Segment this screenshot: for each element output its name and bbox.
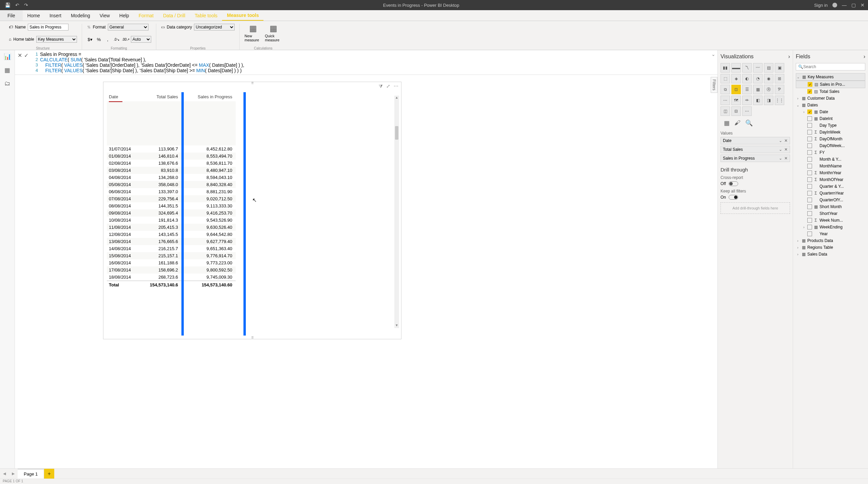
field-checkbox[interactable] [807, 170, 812, 175]
fields-table[interactable]: ›▦Sales Data [796, 251, 865, 258]
well-dropdown-icon[interactable]: ⌄ [779, 156, 782, 161]
viz-type-icon[interactable]: ▮▮ [721, 63, 730, 73]
header-total-sales[interactable]: Total Sales [144, 92, 181, 101]
field-checkbox[interactable] [807, 184, 812, 189]
well-remove-icon[interactable]: ✕ [784, 138, 788, 143]
filters-pane-tab[interactable]: Filters [711, 77, 717, 93]
viz-type-icon[interactable]: ⋯ [742, 106, 752, 116]
fields-field[interactable]: ✓▤Total Sales [796, 88, 865, 95]
viz-type-icon[interactable]: ⋮⋮ [775, 96, 784, 105]
table-row[interactable]: 03/08/201483,910.88,480,947.10 [107, 167, 236, 174]
scroll-thumb[interactable] [395, 126, 398, 140]
table-row[interactable]: 18/08/2014268,723.69,745,009.30 [107, 274, 236, 281]
table-row[interactable]: 17/08/2014158,696.29,800,592.50 [107, 266, 236, 274]
fields-field[interactable]: ▦Short Month [796, 203, 865, 210]
formula-commit-icon[interactable]: ✓ [24, 52, 28, 59]
table-row[interactable]: 13/08/2014176,665.69,627,779.40 [107, 238, 236, 245]
fields-field[interactable]: ✓▤Sales in Pro... [796, 81, 865, 88]
field-checkbox[interactable] [807, 150, 812, 155]
drag-handle-bottom[interactable]: ⠿ [251, 336, 254, 340]
field-well[interactable]: Date⌄✕ [721, 137, 790, 144]
more-options-icon[interactable]: ⋯ [394, 83, 398, 89]
model-view-icon[interactable]: 🗂 [4, 80, 11, 87]
collapse-fields-icon[interactable]: › [864, 54, 865, 60]
viz-type-icon[interactable]: ☰ [742, 85, 752, 94]
menu-tab-data-drill[interactable]: Data / Drill [158, 10, 190, 21]
table-row[interactable]: 09/08/2014324,695.49,416,253.70 [107, 209, 236, 217]
table-row[interactable]: 05/08/2014358,048.08,840,328.40 [107, 181, 236, 188]
format-tab-icon[interactable]: 🖌 [734, 119, 741, 127]
header-sales-in-progress[interactable]: Sales in Progress [181, 92, 236, 101]
viz-type-icon[interactable]: ◈ [731, 74, 741, 83]
menu-tab-modeling[interactable]: Modeling [66, 10, 95, 21]
viz-type-icon[interactable]: ▣ [775, 63, 784, 73]
collapse-viz-icon[interactable]: › [788, 54, 790, 60]
fields-field[interactable]: ΣDayInWeek [796, 129, 865, 136]
viz-type-icon[interactable]: Ⓡ [764, 85, 773, 94]
field-checkbox[interactable] [807, 191, 812, 196]
field-checkbox[interactable]: ✓ [808, 82, 812, 87]
currency-button[interactable]: $▾ [87, 36, 94, 43]
fields-search[interactable]: 🔍 [796, 63, 865, 70]
menu-tab-view[interactable]: View [95, 10, 115, 21]
add-page-button[interactable]: + [44, 469, 54, 479]
viz-type-icon[interactable]: ◉ [764, 74, 773, 83]
prev-page-icon[interactable]: ◀ [0, 469, 9, 479]
report-canvas[interactable]: Filters ⧩ ⤢ ⋯ ⠿ ⠿ Date Total Sales [15, 75, 717, 468]
field-checkbox[interactable] [807, 211, 812, 216]
table-row[interactable]: 07/08/2014229,756.49,020,712.50 [107, 195, 236, 202]
next-page-icon[interactable]: ▶ [9, 469, 18, 479]
file-menu[interactable]: File [0, 10, 23, 21]
focus-mode-icon[interactable]: ⤢ [386, 83, 390, 89]
drill-through-drop-zone[interactable]: Add drill-through fields here [721, 202, 790, 214]
keep-filters-toggle[interactable] [729, 195, 738, 200]
table-row[interactable]: 10/08/2014191,814.39,543,526.90 [107, 217, 236, 224]
viz-type-icon[interactable]: ▤ [764, 63, 773, 73]
menu-tab-format[interactable]: Format [134, 10, 158, 21]
formula-cancel-icon[interactable]: ✕ [18, 52, 22, 59]
signin-link[interactable]: Sign in [814, 3, 828, 8]
menu-tab-table-tools[interactable]: Table tools [190, 10, 222, 21]
fields-field[interactable]: ›▦WeekEnding [796, 224, 865, 230]
well-remove-icon[interactable]: ✕ [784, 156, 788, 161]
home-table-select[interactable]: Key Measures [36, 36, 77, 43]
table-row[interactable]: 31/07/2014113,906.78,452,612.80 [107, 145, 236, 153]
data-category-select[interactable]: Uncategorized [194, 24, 235, 31]
menu-tab-measure-tools[interactable]: Measure tools [222, 10, 263, 21]
field-checkbox[interactable]: ✓ [807, 89, 812, 94]
menu-tab-insert[interactable]: Insert [45, 10, 66, 21]
fields-field[interactable]: ΣQuarternYear [796, 190, 865, 197]
viz-type-icon[interactable]: 〰 [753, 63, 763, 73]
viz-type-icon[interactable]: ⊡ [731, 85, 741, 94]
menu-tab-home[interactable]: Home [23, 10, 45, 21]
field-checkbox[interactable] [807, 130, 812, 135]
fields-field[interactable]: MonthName [796, 163, 865, 169]
fields-field[interactable]: ΣDayOfMonth [796, 136, 865, 142]
close-icon[interactable]: ✕ [861, 2, 865, 8]
fields-field[interactable]: ▦DateInt [796, 115, 865, 122]
viz-type-icon[interactable]: ⬚ [721, 74, 730, 83]
name-input[interactable] [28, 24, 68, 31]
field-checkbox[interactable] [807, 198, 812, 202]
field-checkbox[interactable]: ✓ [807, 109, 812, 114]
field-checkbox[interactable] [807, 177, 812, 182]
field-checkbox[interactable] [807, 123, 812, 128]
fields-field[interactable]: Month & Y... [796, 156, 865, 163]
cross-report-toggle[interactable] [729, 181, 738, 186]
header-date[interactable]: Date [107, 92, 144, 101]
new-measure-button[interactable]: ▦ New measure [244, 24, 261, 42]
drag-handle-top[interactable]: ⠿ [251, 81, 254, 85]
well-remove-icon[interactable]: ✕ [784, 147, 788, 152]
visual-scrollbar[interactable]: ▲ ▼ [394, 96, 399, 328]
well-dropdown-icon[interactable]: ⌄ [779, 147, 782, 152]
formula-line[interactable]: 2CALCULATE( SUM( 'Sales Data'[Total Reve… [32, 57, 715, 62]
fields-field[interactable]: ΣMonthOfYear [796, 176, 865, 183]
analytics-tab-icon[interactable]: 🔍 [745, 119, 753, 127]
viz-type-icon[interactable]: ◧ [753, 96, 763, 105]
table-row[interactable]: 04/08/2014134,268.08,594,043.10 [107, 174, 236, 181]
viz-type-icon[interactable]: ⊟ [731, 106, 741, 116]
quick-measure-button[interactable]: ▦ Quick measure [265, 24, 282, 42]
formula-line[interactable]: 4 FILTER( VALUES( 'Sales Data'[Ship Date… [32, 68, 715, 73]
viz-type-icon[interactable]: ▦ [753, 85, 763, 94]
fields-table[interactable]: ›▦Products Data [796, 237, 865, 244]
